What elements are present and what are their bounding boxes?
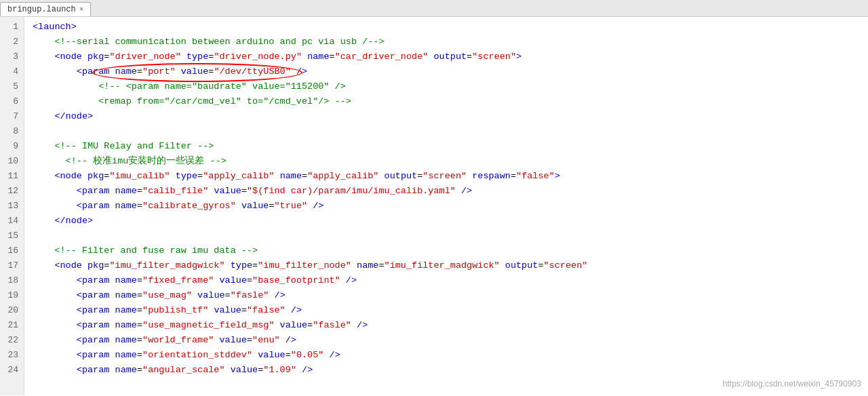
close-icon[interactable]: × xyxy=(79,5,84,14)
code-line xyxy=(33,229,868,243)
line-number: 13 xyxy=(0,199,24,214)
line-number: 15 xyxy=(0,229,24,243)
code-line: <!-- Filter and fuse raw imu data --> xyxy=(33,243,868,258)
code-line: <!-- IMU Relay and Filter --> xyxy=(33,139,868,154)
line-number: 22 xyxy=(0,333,24,348)
tab-bar: bringup.launch × xyxy=(0,0,868,17)
line-number: 23 xyxy=(0,348,24,363)
line-numbers: 123456789101112131415161718192021222324 xyxy=(0,17,24,395)
code-line: <param name="world_frame" value="enu" /> xyxy=(33,333,868,348)
line-number: 18 xyxy=(0,273,24,288)
code-line: <!-- 校准imu安装时的一些误差 --> xyxy=(33,154,868,169)
line-number: 21 xyxy=(0,318,24,333)
code-line: <!-- <param name="baudrate" value="11520… xyxy=(33,79,868,94)
line-number: 6 xyxy=(0,94,24,109)
watermark: https://blog.csdn.net/weixin_45790903 xyxy=(723,376,861,391)
code-line: <param name="publish_tf" value="false" /… xyxy=(33,303,868,318)
code-line: <param name="angular_scale" value="1.09"… xyxy=(33,363,868,378)
line-number: 12 xyxy=(0,184,24,199)
code-line: <param name="use_mag" value="fasle" /> xyxy=(33,288,868,303)
code-line: <node pkg="imu_filter_madgwick" type="im… xyxy=(33,258,868,273)
line-number: 3 xyxy=(0,50,24,64)
line-number: 16 xyxy=(0,243,24,258)
code-line: <!--serial communication between arduino… xyxy=(33,35,868,50)
code-line: </node> xyxy=(33,214,868,229)
code-line: <param name="fixed_frame" value="base_fo… xyxy=(33,273,868,288)
code-line: <launch> xyxy=(33,20,868,35)
code-content[interactable]: <launch> <!--serial communication betwee… xyxy=(24,17,868,395)
tab-bringup-launch[interactable]: bringup.launch × xyxy=(0,2,91,16)
code-line xyxy=(33,124,868,139)
line-number: 1 xyxy=(0,20,24,35)
editor-container: 123456789101112131415161718192021222324 … xyxy=(0,17,868,395)
line-number: 14 xyxy=(0,214,24,229)
code-line: <param name="calibrate_gyros" value="tru… xyxy=(33,199,868,214)
code-line: <node pkg="driver_node" type="driver_nod… xyxy=(33,50,868,64)
code-line: <param name="use_magnetic_field_msg" val… xyxy=(33,318,868,333)
line-number: 19 xyxy=(0,288,24,303)
code-line: </node> xyxy=(33,109,868,124)
line-number: 7 xyxy=(0,109,24,124)
line-number: 9 xyxy=(0,139,24,154)
line-number: 20 xyxy=(0,303,24,318)
line-number: 8 xyxy=(0,124,24,139)
line-number: 24 xyxy=(0,363,24,378)
code-line: <remap from="/car/cmd_vel" to="/cmd_vel"… xyxy=(33,94,868,109)
line-number: 2 xyxy=(0,35,24,50)
line-number: 11 xyxy=(0,169,24,184)
code-line: <param name="orientation_stddev" value="… xyxy=(33,348,868,363)
tab-label: bringup.launch xyxy=(7,5,76,14)
code-line: <param name="port" value="/dev/ttyUSB0" … xyxy=(33,64,868,79)
line-number: 5 xyxy=(0,79,24,94)
line-number: 10 xyxy=(0,154,24,169)
line-number: 4 xyxy=(0,64,24,79)
line-number: 17 xyxy=(0,258,24,273)
code-line: <param name="calib_file" value="$(find c… xyxy=(33,184,868,199)
code-line: <node pkg="imu_calib" type="apply_calib"… xyxy=(33,169,868,184)
